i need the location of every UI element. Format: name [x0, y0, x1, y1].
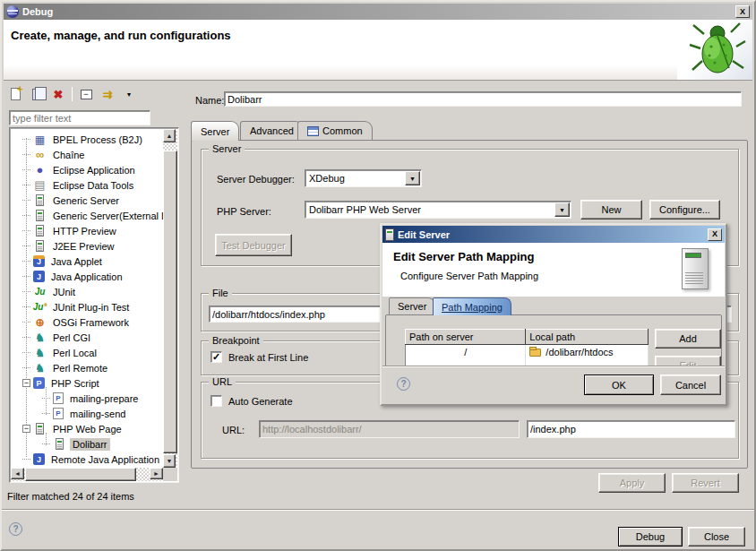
tree-line — [22, 139, 30, 140]
column-path-on-server[interactable]: Path on server — [406, 330, 526, 345]
delete-config-icon[interactable]: ✖ — [50, 86, 66, 102]
server-tower-icon — [682, 248, 709, 289]
webserver-icon — [56, 438, 64, 450]
tree-item-remote-java-application[interactable]: JRemote Java Application — [11, 452, 163, 467]
tree-item-http-preview[interactable]: HTTP Preview — [11, 223, 163, 238]
apply-button[interactable]: Apply — [598, 473, 666, 493]
dialog-close-button[interactable]: X — [708, 228, 722, 241]
menu-arrow-icon[interactable]: ▾ — [121, 86, 137, 102]
tree-horizontal-scrollbar[interactable]: ◄ ► — [11, 468, 163, 481]
tab-server[interactable]: Server — [191, 121, 239, 141]
tree-item-bpel-process-b2j[interactable]: ▦BPEL Process (B2J) — [11, 132, 163, 147]
tab-server-label: Server — [201, 126, 229, 137]
tree-line — [22, 215, 30, 216]
tree-item-label: Dolibarr — [70, 438, 110, 451]
cancel-button[interactable]: Cancel — [660, 375, 721, 395]
tab-common[interactable]: Common — [297, 121, 373, 140]
tree-item-osgi-framework[interactable]: ⊕OSGi Framework — [11, 314, 163, 330]
debug-button[interactable]: Debug — [618, 527, 683, 547]
collapse-all-icon[interactable]: − — [78, 86, 94, 102]
tree-item-eclipse-application[interactable]: ●Eclipse Application — [11, 162, 163, 177]
column-local-path[interactable]: Local path — [526, 330, 649, 345]
filter-options-icon[interactable]: ⇉ — [99, 86, 116, 102]
eclipse-icon — [6, 5, 19, 18]
help-icon[interactable]: ? — [397, 377, 410, 391]
table-row[interactable]: / /dolibarr/htdocs — [406, 345, 649, 360]
filter-input[interactable] — [9, 110, 150, 125]
path-mapping-table[interactable]: Path on server Local path / /dolibarr/ht… — [405, 329, 649, 369]
tree-item-java-application[interactable]: JJava Application — [11, 269, 163, 284]
tree-line — [22, 291, 30, 292]
help-icon[interactable]: ? — [9, 522, 22, 536]
revert-button[interactable]: Revert — [672, 473, 739, 493]
window-titlebar[interactable]: Debug X — [4, 4, 752, 20]
tree-item-j2ee-preview[interactable]: J2EE Preview — [11, 238, 163, 254]
tree-item-eclipse-data-tools[interactable]: ▤Eclipse Data Tools — [11, 177, 163, 193]
tab-advanced-label: Advanced — [250, 125, 294, 136]
scroll-down-icon[interactable]: ▼ — [163, 454, 176, 468]
vertical-scroll-thumb[interactable] — [163, 151, 177, 453]
tree-item-junit[interactable]: JuJUnit — [11, 284, 163, 299]
ok-button[interactable]: OK — [584, 375, 654, 395]
tree-line — [22, 306, 30, 307]
dialog-titlebar[interactable]: Edit Server X — [382, 226, 725, 243]
tree-item-java-applet[interactable]: JJava Applet — [11, 254, 163, 269]
tree-item-perl-cgi[interactable]: ♞Perl CGI — [11, 330, 163, 345]
table-icon — [307, 126, 319, 136]
tree-item-label: Generic Server(External La — [50, 210, 163, 222]
tree-line — [42, 398, 50, 399]
junitp-icon: Ju — [33, 301, 47, 314]
tree-item-php-script[interactable]: −PPHP Script — [11, 375, 163, 391]
scroll-right-icon[interactable]: ► — [150, 468, 163, 479]
tree-item-label: HTTP Preview — [50, 225, 119, 237]
server-icon — [385, 228, 394, 241]
applet-icon: J — [33, 255, 45, 267]
server-icon — [36, 240, 44, 252]
tab-common-label: Common — [322, 125, 363, 136]
server-icon — [36, 225, 44, 237]
tree-item-perl-local[interactable]: ♞Perl Local — [11, 345, 163, 360]
window-close-button[interactable]: X — [735, 5, 750, 18]
dialog-tab-server[interactable]: Server — [389, 297, 435, 314]
tree-line — [22, 185, 30, 185]
server-icon — [36, 210, 44, 221]
add-mapping-button[interactable]: Add — [655, 329, 721, 349]
name-input[interactable] — [224, 91, 742, 107]
scroll-up-icon[interactable]: ▲ — [163, 129, 176, 142]
tab-advanced[interactable]: Advanced — [240, 121, 304, 140]
tree-item-php-web-page[interactable]: −PHP Web Page — [11, 421, 163, 436]
horizontal-scroll-thumb[interactable] — [25, 468, 136, 481]
toolbar-separator — [72, 87, 73, 101]
scroll-left-icon[interactable]: ◄ — [11, 468, 24, 479]
new-config-icon[interactable] — [7, 86, 23, 102]
tree-item-label: PHP Web Page — [50, 423, 125, 435]
tree-item-cha-ne[interactable]: ∞Chaîne — [11, 147, 163, 162]
dialog-banner: Edit Server Path Mapping Configure Serve… — [382, 243, 725, 297]
tree-line — [22, 200, 30, 201]
tree-expander-icon[interactable]: − — [22, 425, 30, 433]
tree-item-dolibarr[interactable]: Dolibarr — [11, 436, 163, 452]
tree-vertical-scrollbar[interactable]: ▲ ▼ — [163, 129, 177, 468]
camel-icon: ♞ — [33, 362, 47, 375]
tree-item-label: mailing-send — [67, 408, 128, 420]
tree-item-label: Generic Server — [50, 194, 122, 207]
close-button[interactable]: Close — [688, 527, 745, 547]
tree-item-generic-server-external-la[interactable]: Generic Server(External La — [11, 208, 163, 223]
duplicate-config-icon[interactable] — [29, 86, 45, 102]
tree-item-junit-plug-in-test[interactable]: JuJUnit Plug-in Test — [11, 299, 163, 314]
tree-line — [22, 322, 30, 323]
tree-item-mailing-send[interactable]: Pmailing-send — [11, 406, 163, 421]
header-banner: Create, manage, and run configurations — [4, 20, 752, 81]
eclipse-icon: ● — [33, 164, 47, 176]
tree-item-generic-server[interactable]: Generic Server — [11, 193, 163, 208]
tree-item-label: OSGi Framework — [50, 316, 132, 329]
tree-expander-icon[interactable]: − — [22, 379, 30, 387]
tree-line — [42, 413, 50, 414]
tree-item-mailing-prepare[interactable]: Pmailing-prepare — [11, 391, 163, 406]
tree-line — [22, 352, 30, 353]
dialog-tab-path-mapping[interactable]: Path Mapping — [433, 297, 511, 315]
tree-item-perl-remote[interactable]: ♞Perl Remote — [11, 360, 163, 375]
dialog-button-bar: ? OK Cancel — [382, 366, 725, 403]
path-on-server-cell: / — [406, 345, 526, 360]
tree-item-label: J2EE Preview — [50, 240, 116, 253]
